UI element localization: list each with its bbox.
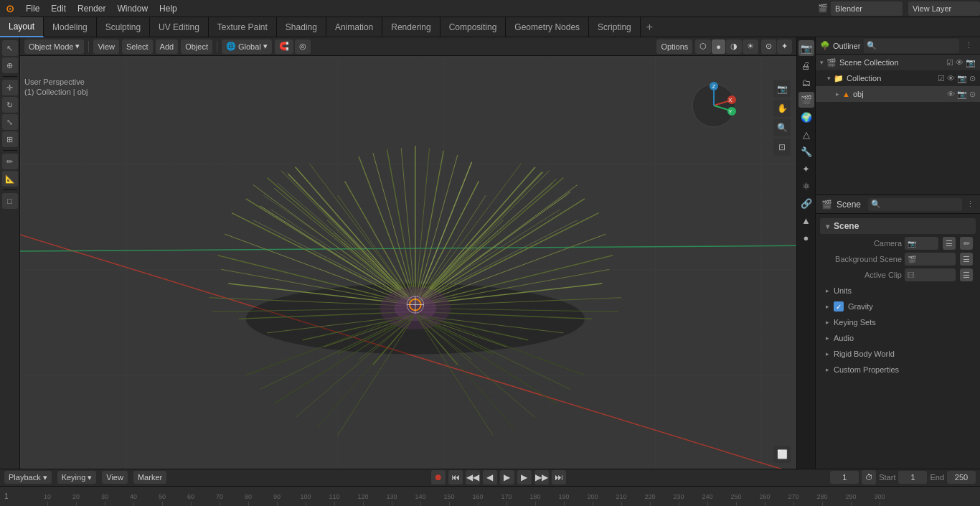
measure-btn[interactable]: 📐 (2, 171, 18, 187)
timeline-ruler[interactable]: 1 10203040506070809010011012013014015016… (0, 487, 980, 506)
material-icon[interactable]: ● (798, 230, 814, 245)
rigid-body-world-section[interactable]: ▸ Rigid Body World (820, 346, 976, 362)
constraints-icon[interactable]: 🔗 (798, 195, 814, 211)
render-properties-icon[interactable]: 📷 (798, 40, 814, 56)
scene-section-header[interactable]: ▾ Scene (820, 218, 976, 234)
rotate-btn[interactable]: ↻ (2, 97, 18, 113)
tab-modeling[interactable]: Modeling (44, 17, 97, 37)
add-workspace-button[interactable]: + (641, 21, 659, 34)
collection-extra-icon[interactable]: ⊙ (969, 74, 976, 83)
physics-properties-icon[interactable]: ⚛ (798, 178, 814, 194)
annotate-btn[interactable]: ✏ (2, 154, 18, 169)
object-mode-selector[interactable]: Object Mode ▾ (24, 39, 84, 54)
cursor-btn[interactable]: ⊕ (2, 57, 18, 73)
prev-key-btn[interactable]: ◀ (483, 470, 497, 484)
outliner-filter-btn[interactable]: ⋮ (962, 41, 976, 50)
obj-extra-icon[interactable]: ⊙ (969, 90, 976, 99)
menu-help[interactable]: Help (154, 0, 183, 17)
scene-selector[interactable]: Blender (831, 1, 903, 16)
proportional-btn[interactable]: ◎ (295, 39, 311, 54)
current-frame-input[interactable]: 1 (830, 471, 859, 484)
snap-btn[interactable]: 🧲 (275, 39, 293, 54)
move-btn[interactable]: ✛ (2, 80, 18, 95)
object-menu[interactable]: Object (181, 39, 212, 54)
gravity-checkbox[interactable]: ✓ (834, 301, 844, 311)
wireframe-btn[interactable]: ⬡ (695, 39, 711, 54)
record-btn[interactable]: ⏺ (431, 470, 446, 484)
output-properties-icon[interactable]: 🖨 (798, 57, 814, 73)
menu-file[interactable]: File (20, 0, 45, 17)
scale-btn[interactable]: ⤡ (2, 114, 18, 130)
tab-texture-paint[interactable]: Texture Paint (209, 17, 277, 37)
active-clip-browse-btn[interactable]: ☰ (960, 268, 973, 281)
collection-item[interactable]: ▾ 📁 Collection ☑ 👁 📷 ⊙ (816, 70, 980, 86)
obj-hide-icon[interactable]: 👁 (947, 90, 955, 99)
start-frame-input[interactable]: 1 (898, 471, 927, 484)
world-properties-icon[interactable]: 🌍 (798, 109, 814, 125)
hide-icon[interactable]: 👁 (956, 58, 963, 67)
select-tool-btn[interactable]: ↖ (2, 40, 18, 56)
modifier-properties-icon[interactable]: 🔧 (798, 144, 814, 159)
camera-new-btn[interactable]: ✏ (960, 237, 973, 250)
overlay-btn[interactable]: ⊙ (761, 39, 776, 54)
menu-render[interactable]: Render (72, 0, 111, 17)
data-icon[interactable]: ▲ (798, 212, 814, 228)
floor-btn[interactable]: ⬜ (773, 446, 791, 463)
tab-rendering[interactable]: Rendering (382, 17, 440, 37)
keying-sets-section[interactable]: ▸ Keying Sets (820, 314, 976, 330)
particle-properties-icon[interactable]: ✦ (798, 161, 814, 177)
tab-shading[interactable]: Shading (277, 17, 326, 37)
end-frame-input[interactable]: 250 (947, 471, 976, 484)
frame-playback-icon[interactable]: ⏱ (862, 470, 876, 484)
active-clip-field[interactable]: 🎞 (905, 268, 956, 281)
blender-logo[interactable]: ⊙ (0, 0, 20, 17)
background-scene-browse-btn[interactable]: ☰ (960, 253, 973, 266)
gizmo-btn[interactable]: ✦ (777, 39, 792, 54)
tab-sculpting[interactable]: Sculpting (97, 17, 150, 37)
tab-layout[interactable]: Layout (0, 17, 44, 37)
viewport-canvas[interactable]: User Perspective (1) Collection | obj X … (20, 56, 796, 469)
play-btn[interactable]: ▶ (500, 470, 514, 484)
select-menu[interactable]: Select (122, 39, 153, 54)
material-btn[interactable]: ◑ (726, 39, 742, 54)
disable-render-icon[interactable]: 📷 (966, 58, 976, 67)
collection-hide-icon[interactable]: 👁 (947, 74, 955, 83)
exclude-icon[interactable]: ☑ (946, 58, 953, 67)
units-section[interactable]: ▸ Units (820, 283, 976, 299)
view-menu[interactable]: View (93, 39, 119, 54)
tab-compositing[interactable]: Compositing (440, 17, 507, 37)
scene-properties-icon[interactable]: 🎬 (798, 92, 814, 108)
toggle-view-btn[interactable]: ⊡ (773, 139, 791, 156)
hand-tool-btn[interactable]: ✋ (773, 100, 791, 117)
view-layer-icon[interactable]: 🗂 (798, 75, 814, 90)
add-cube-btn[interactable]: □ (2, 193, 18, 209)
zoom-btn[interactable]: 🔍 (773, 119, 791, 136)
prev-frame-btn[interactable]: ◀◀ (466, 470, 480, 484)
viewport-area[interactable]: Object Mode ▾ View Select Add Object 🌐Gl… (20, 37, 796, 469)
tab-animation[interactable]: Animation (326, 17, 382, 37)
solid-btn[interactable]: ● (712, 39, 725, 54)
object-properties-icon[interactable]: △ (798, 126, 814, 142)
next-frame-btn[interactable]: ▶▶ (534, 470, 549, 484)
camera-field[interactable]: 📷 (905, 237, 938, 250)
transform-selector[interactable]: 🌐Global▾ (222, 39, 272, 54)
collection-render-icon[interactable]: 📷 (957, 74, 967, 83)
menu-window[interactable]: Window (111, 0, 154, 17)
tab-scripting[interactable]: Scripting (589, 17, 641, 37)
marker-menu[interactable]: Marker (133, 471, 166, 484)
audio-section[interactable]: ▸ Audio (820, 330, 976, 346)
add-menu[interactable]: Add (156, 39, 179, 54)
rendered-btn[interactable]: ☀ (743, 39, 758, 54)
keying-menu[interactable]: Keying▾ (57, 471, 97, 484)
scene-collection-item[interactable]: ▾ 🎬 Scene Collection ☑ 👁 📷 (816, 55, 980, 70)
props-filter-btn[interactable]: ⋮ (966, 200, 974, 209)
next-key-btn[interactable]: ▶ (517, 470, 532, 484)
outliner-search[interactable]: 🔍 (864, 39, 959, 53)
view-layer-selector[interactable]: View Layer (908, 1, 980, 16)
playback-menu[interactable]: Playback▾ (4, 471, 52, 484)
jump-start-btn[interactable]: ⏮ (448, 470, 463, 484)
props-search[interactable]: 🔍 (868, 198, 962, 211)
background-scene-field[interactable]: 🎬 (905, 253, 956, 266)
tab-geometry-nodes[interactable]: Geometry Nodes (506, 17, 589, 37)
gravity-section[interactable]: ▸ ✓ Gravity (820, 299, 976, 314)
